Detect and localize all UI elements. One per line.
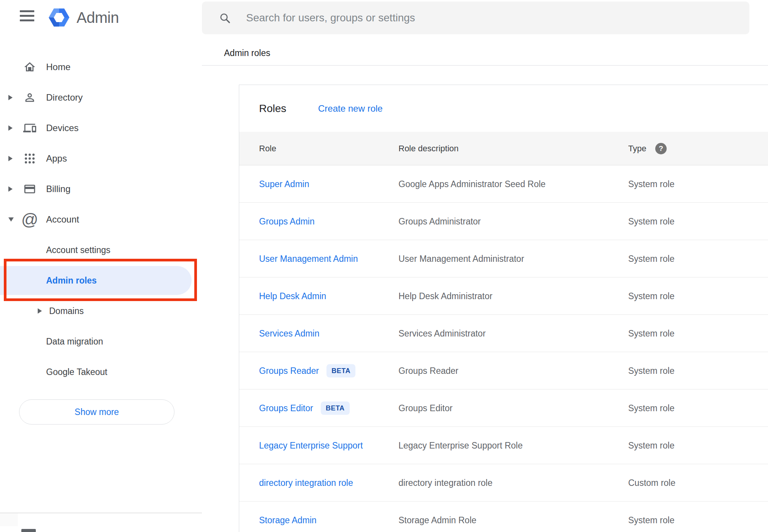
sidebar-nav: HomeDirectoryDevicesAppsBilling@AccountA… <box>0 52 202 387</box>
expand-arrow-icon[interactable] <box>8 156 13 161</box>
role-cell: Groups Admin <box>259 216 315 226</box>
corner-block <box>0 513 18 526</box>
role-cell: directory integration role <box>259 478 353 488</box>
role-link[interactable]: Legacy Enterprise Support <box>259 440 363 450</box>
role-cell: Legacy Enterprise Support <box>259 440 363 450</box>
search-bar[interactable] <box>202 2 749 34</box>
table-row: Super AdminGoogle Apps Administrator See… <box>239 165 768 203</box>
sidebar-item-domains[interactable]: Domains <box>0 296 202 326</box>
table-row: Groups ReaderBETAGroups ReaderSystem rol… <box>239 352 768 389</box>
expand-arrow-icon[interactable] <box>38 308 42 314</box>
role-description: directory integration role <box>398 478 493 488</box>
collapse-arrow-icon[interactable] <box>8 218 14 222</box>
column-header-role: Role <box>259 144 276 154</box>
sidebar-item-label: Admin roles <box>46 276 97 286</box>
table-row: Storage AdminStorage Admin RoleSystem ro… <box>239 502 768 532</box>
role-cell: Services Admin <box>259 328 320 338</box>
role-type: System role <box>628 179 674 189</box>
sidebar-item-admin-roles[interactable]: Admin roles <box>0 265 202 296</box>
sidebar-bottom-divider <box>0 513 202 513</box>
beta-badge: BETA <box>321 401 350 415</box>
sidebar-item-account[interactable]: @Account <box>0 204 202 235</box>
sidebar-item-label: Billing <box>46 184 70 194</box>
role-link[interactable]: Storage Admin <box>259 515 317 525</box>
role-description: Storage Admin Role <box>398 515 477 525</box>
admin-hexagon-logo-icon <box>49 7 69 28</box>
search-input[interactable] <box>246 12 738 24</box>
role-link[interactable]: Groups Reader <box>259 365 319 376</box>
sidebar-item-data-migration[interactable]: Data migration <box>0 326 202 357</box>
expand-arrow-icon[interactable] <box>8 125 13 131</box>
home-icon <box>21 59 38 75</box>
card-icon <box>21 181 38 197</box>
breadcrumb-divider <box>202 65 768 66</box>
role-type: Custom role <box>628 478 675 488</box>
app-title: Admin <box>77 9 119 26</box>
sidebar-item-label: Domains <box>49 306 84 316</box>
role-link[interactable]: Services Admin <box>259 328 320 338</box>
roles-table-body: Super AdminGoogle Apps Administrator See… <box>239 165 768 532</box>
sidebar-item-label: Apps <box>46 153 67 164</box>
table-row: directory integration roledirectory inte… <box>239 464 768 502</box>
table-row: User Management AdminUser Management Adm… <box>239 240 768 277</box>
column-header-type: Type <box>628 144 646 154</box>
role-description: Services Administrator <box>398 328 486 338</box>
apps-icon <box>21 150 38 167</box>
table-row: Help Desk AdminHelp Desk AdministratorSy… <box>239 277 768 315</box>
sidebar-item-label: Devices <box>46 123 78 133</box>
role-type: System role <box>628 253 674 264</box>
at-icon: @ <box>21 211 38 228</box>
role-cell: User Management Admin <box>259 253 358 264</box>
type-help-icon[interactable]: ? <box>655 143 667 154</box>
role-link[interactable]: Groups Admin <box>259 216 315 226</box>
role-description: Legacy Enterprise Support Role <box>398 440 523 450</box>
table-row: Groups EditorBETAGroups EditorSystem rol… <box>239 389 768 427</box>
show-more-button[interactable]: Show more <box>19 399 174 425</box>
sidebar-item-home[interactable]: Home <box>0 52 202 82</box>
table-row: Groups AdminGroups AdministratorSystem r… <box>239 203 768 240</box>
hamburger-menu-icon[interactable] <box>20 10 34 21</box>
role-cell: Groups EditorBETA <box>259 401 350 415</box>
sidebar-item-google-takeout[interactable]: Google Takeout <box>0 357 202 387</box>
role-description: Google Apps Administrator Seed Role <box>398 179 546 189</box>
role-type: System role <box>628 216 674 226</box>
admin-logo[interactable]: Admin <box>49 7 119 28</box>
expand-arrow-icon[interactable] <box>8 186 13 192</box>
role-link[interactable]: Groups Editor <box>259 403 313 413</box>
role-description: Groups Reader <box>398 365 458 376</box>
table-row: Legacy Enterprise SupportLegacy Enterpri… <box>239 427 768 464</box>
roles-title: Roles <box>259 103 286 115</box>
sidebar-item-label: Account settings <box>46 245 110 255</box>
beta-badge: BETA <box>326 364 355 377</box>
role-link[interactable]: User Management Admin <box>259 253 358 264</box>
search-icon <box>219 12 231 24</box>
sidebar-item-apps[interactable]: Apps <box>0 143 202 174</box>
role-description: Help Desk Administrator <box>398 291 493 301</box>
role-cell: Help Desk Admin <box>259 291 326 301</box>
breadcrumb: Admin roles <box>224 48 270 58</box>
sidebar-item-account-settings[interactable]: Account settings <box>0 235 202 265</box>
roles-card-header: Roles Create new role <box>239 85 768 132</box>
devices-icon <box>21 120 38 136</box>
role-link[interactable]: directory integration role <box>259 478 353 488</box>
role-cell: Groups ReaderBETA <box>259 364 355 377</box>
roles-table-header: Role Role description Type ? <box>239 132 768 165</box>
table-row: Services AdminServices AdministratorSyst… <box>239 315 768 352</box>
role-link[interactable]: Help Desk Admin <box>259 291 326 301</box>
sidebar-item-devices[interactable]: Devices <box>0 113 202 143</box>
role-type: System role <box>628 291 674 301</box>
column-header-description: Role description <box>398 144 459 154</box>
role-type: System role <box>628 365 674 376</box>
create-new-role-link[interactable]: Create new role <box>318 103 382 114</box>
sidebar-item-label: Google Takeout <box>46 367 107 377</box>
expand-arrow-icon[interactable] <box>8 95 13 100</box>
sidebar-item-label: Account <box>46 214 79 225</box>
role-link[interactable]: Super Admin <box>259 179 309 189</box>
role-type: System role <box>628 403 674 413</box>
partially-visible-icon <box>21 529 36 532</box>
role-type: System role <box>628 440 674 450</box>
sidebar-item-billing[interactable]: Billing <box>0 174 202 204</box>
sidebar-item-directory[interactable]: Directory <box>0 82 202 113</box>
role-type: System role <box>628 515 674 525</box>
sidebar-item-label: Directory <box>46 92 83 103</box>
